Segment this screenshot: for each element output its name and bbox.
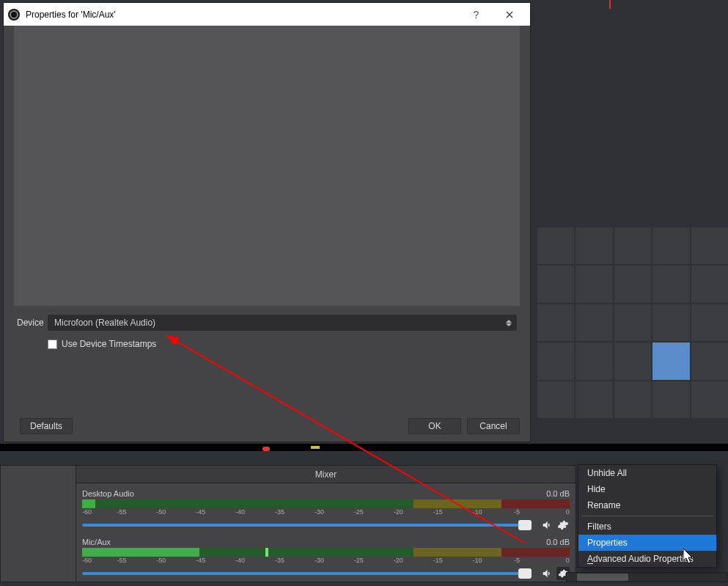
- source-preview-area: [14, 26, 520, 306]
- use-timestamps-checkbox[interactable]: [48, 340, 57, 349]
- select-spinner-icon: [503, 316, 515, 329]
- scrollbar-thumb[interactable]: [577, 574, 628, 581]
- properties-dialog: Properties for 'Mic/Aux' ? Device Microf…: [3, 2, 531, 442]
- defaults-button[interactable]: Defaults: [20, 418, 73, 434]
- meter-ticks: -60-55-50-45-40-35-30-25-20-15-10-50: [82, 508, 570, 517]
- gear-icon[interactable]: [556, 519, 570, 532]
- device-select-value: Microfoon (Realtek Audio): [54, 318, 155, 328]
- timeline-strip: [0, 444, 728, 451]
- menu-filters[interactable]: Filters: [578, 519, 716, 535]
- device-select[interactable]: Microfoon (Realtek Audio): [48, 315, 517, 331]
- mixer-channel: Desktop Audio 0.0 dB -60-55-50-45-40-35-…: [82, 489, 570, 532]
- menu-separator: [581, 516, 713, 516]
- panel-placeholder: [0, 465, 76, 582]
- timeline-playhead: [609, 0, 611, 9]
- channel-level: 0.0 dB: [546, 538, 570, 546]
- menu-properties[interactable]: Properties: [578, 535, 716, 551]
- mixer-panel-title: Mixer: [76, 466, 576, 483]
- volume-slider[interactable]: [82, 572, 532, 575]
- slider-thumb[interactable]: [518, 568, 532, 579]
- channel-name: Mic/Aux: [82, 538, 111, 546]
- mixer-channel: Mic/Aux 0.0 dB -60-55-50-45-40-35-30-25-…: [82, 538, 570, 580]
- dialog-titlebar[interactable]: Properties for 'Mic/Aux' ?: [4, 3, 530, 26]
- menu-hide[interactable]: Hide: [578, 481, 716, 497]
- mixer-panel: Mixer Desktop Audio 0.0 dB -60-55-50-45-…: [76, 465, 576, 582]
- menu-advanced-audio[interactable]: Advanced Audio Properties: [578, 551, 716, 567]
- timeline-clip-accent: [311, 446, 320, 449]
- use-timestamps-label: Use Device Timestamps: [62, 339, 156, 349]
- speaker-icon[interactable]: [540, 519, 554, 532]
- cancel-button[interactable]: Cancel: [467, 418, 520, 434]
- ok-button[interactable]: OK: [408, 418, 461, 434]
- dialog-help-button[interactable]: ?: [460, 3, 493, 26]
- background-thumbnail-grid: [537, 227, 728, 418]
- device-label: Device: [17, 318, 48, 328]
- obs-app-icon: [8, 9, 20, 21]
- menu-unhide-all[interactable]: Unhide All: [578, 465, 716, 481]
- channel-meter: [82, 548, 570, 557]
- channel-context-menu: Unhide All Hide Rename Filters Propertie…: [578, 464, 717, 568]
- dialog-close-button[interactable]: [493, 3, 526, 26]
- horizontal-scrollbar[interactable]: [566, 572, 727, 582]
- volume-slider[interactable]: [82, 524, 532, 527]
- channel-level: 0.0 dB: [546, 489, 570, 498]
- speaker-icon[interactable]: [540, 567, 554, 580]
- channel-name: Desktop Audio: [82, 489, 134, 498]
- menu-rename[interactable]: Rename: [578, 497, 716, 513]
- slider-thumb[interactable]: [518, 520, 532, 530]
- dialog-title: Properties for 'Mic/Aux': [26, 10, 460, 20]
- meter-ticks: -60-55-50-45-40-35-30-25-20-15-10-50: [82, 557, 570, 565]
- channel-meter: [82, 499, 570, 508]
